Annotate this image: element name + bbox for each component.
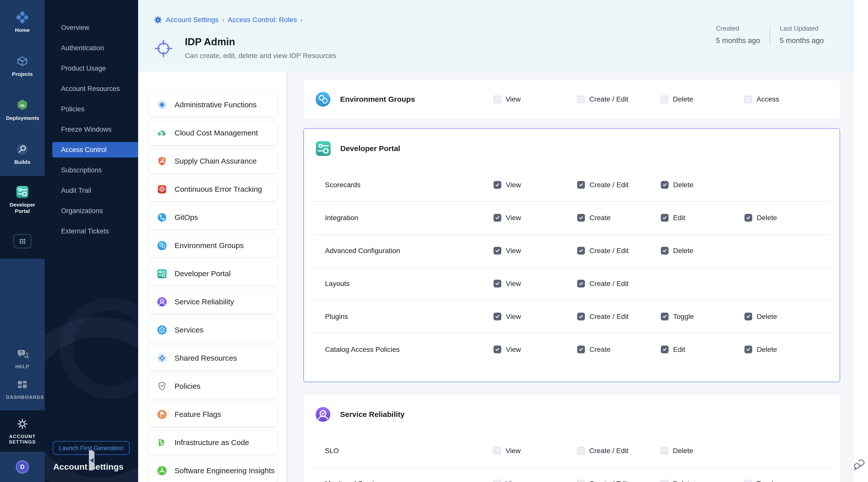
category-card-services[interactable]: Services (148, 318, 277, 342)
checkbox-delete[interactable] (744, 345, 752, 353)
sidebar-item-product-usage[interactable]: Product Usage (45, 58, 138, 79)
permission-cell-edit: Edit (654, 214, 737, 222)
category-card-developer-portal[interactable]: Developer Portal (148, 262, 277, 286)
checkbox-label: Create / Edit (589, 312, 629, 321)
section-header: Service Reliability (304, 395, 840, 434)
category-card-shared-resources[interactable]: Shared Resources (148, 346, 277, 370)
category-card-software-engineering-insights[interactable]: Software Engineering Insights (148, 459, 277, 482)
checkbox-access[interactable] (744, 95, 752, 103)
avatar-strip: D (0, 452, 45, 482)
checkbox-delete[interactable] (744, 312, 752, 321)
category-label: Continuous Error Tracking (175, 185, 262, 193)
rail-item-home[interactable]: Home (0, 0, 45, 44)
svg-text:?: ? (20, 350, 23, 355)
category-card-gitops[interactable]: GitOps (148, 205, 277, 230)
permission-section-developer-portal[interactable]: Developer PortalScorecardsViewCreate / E… (303, 128, 840, 382)
checkbox-view[interactable] (494, 312, 501, 321)
role-crosshair-icon (154, 39, 173, 58)
checkbox-label: Edit (673, 345, 685, 354)
breadcrumb-account-settings[interactable]: Account Settings (166, 16, 218, 24)
checkbox-view[interactable] (493, 447, 501, 455)
sidebar-item-access-control[interactable]: Access Control (52, 142, 138, 157)
checkbox-delete[interactable] (660, 480, 668, 482)
module-grid-button[interactable] (13, 234, 31, 248)
checkbox-create-edit[interactable] (577, 181, 585, 189)
checkbox-view[interactable] (494, 345, 501, 353)
checkbox-label: Create / Edit (589, 280, 629, 288)
category-card-infrastructure-as-code[interactable]: Infrastructure as Code (148, 430, 277, 455)
checkbox-delete[interactable] (660, 95, 668, 103)
rail-item-projects[interactable]: Projects (0, 44, 45, 88)
section-rows: SLOViewCreate / EditDeleteMonitored Serv… (304, 434, 840, 482)
checkbox-toggle[interactable] (661, 312, 669, 321)
category-label: Policies (175, 382, 200, 391)
checkbox-delete[interactable] (660, 447, 668, 455)
rail-item-account-settings[interactable]: ACCOUNT SETTINGS (0, 411, 45, 452)
checkbox-delete[interactable] (661, 247, 669, 254)
sei-icon (157, 466, 167, 476)
category-card-administrative-functions[interactable]: Administrative Functions (148, 93, 277, 117)
sidebar-item-policies[interactable]: Policies (45, 99, 138, 119)
environment-groups-icon (157, 241, 167, 250)
checkbox-view[interactable] (494, 247, 501, 254)
category-card-supply-chain-assurance[interactable]: Supply Chain Assurance (148, 149, 277, 173)
category-card-environment-groups[interactable]: Environment Groups (148, 234, 277, 258)
checkbox-delete[interactable] (744, 214, 752, 222)
checkbox-view[interactable] (493, 480, 501, 482)
checkbox-label: View (505, 95, 521, 103)
checkbox-toggle[interactable] (744, 480, 752, 482)
developer-portal-icon (16, 185, 29, 199)
category-card-service-reliability[interactable]: Service Reliability (148, 290, 277, 314)
checkbox-label: Toggle (756, 480, 777, 482)
breadcrumb-access-control-roles[interactable]: Access Control: Roles (228, 16, 297, 24)
checkbox-create[interactable] (577, 214, 585, 222)
checkbox-view[interactable] (494, 181, 501, 189)
checkbox-delete[interactable] (661, 181, 669, 189)
checkbox-create-edit[interactable] (577, 480, 585, 482)
checkbox-edit[interactable] (661, 345, 669, 353)
sidebar-collapse-toggle[interactable] (89, 450, 94, 471)
checkbox-create-edit[interactable] (577, 312, 585, 321)
sidebar-item-audit-trail[interactable]: Audit Trail (45, 180, 138, 201)
checkbox-create-edit[interactable] (577, 280, 585, 288)
checkbox-create-edit[interactable] (577, 447, 585, 455)
checkbox-view[interactable] (494, 214, 501, 222)
sidebar-item-account-resources[interactable]: Account Resources (45, 79, 138, 99)
rail-item-help[interactable]: ?HELP (0, 343, 45, 373)
category-card-feature-flags[interactable]: Feature Flags (148, 402, 277, 426)
category-card-continuous-error-tracking[interactable]: Continuous Error Tracking (148, 177, 277, 201)
category-card-cloud-cost-management[interactable]: $Cloud Cost Management (148, 121, 277, 145)
permission-cell-delete: Delete (737, 345, 840, 354)
permission-row-integration: IntegrationViewCreateEditDelete (304, 201, 840, 234)
sidebar-item-subscriptions[interactable]: Subscriptions (45, 160, 138, 180)
rail-item-module-grid[interactable] (0, 224, 45, 259)
permission-cell-view: View (487, 280, 570, 288)
last-updated-value: 5 months ago (780, 36, 824, 45)
checkbox-create-edit[interactable] (577, 95, 585, 103)
rail-item-builds[interactable]: Builds (0, 132, 45, 176)
support-chat-icon[interactable] (853, 456, 866, 472)
permission-cell-create-edit: Create / Edit (570, 312, 654, 321)
checkbox-view[interactable] (493, 95, 501, 103)
last-updated-block: Last Updated 5 months ago (780, 25, 824, 45)
checkbox-view[interactable] (494, 280, 501, 288)
sidebar-item-organizations[interactable]: Organizations (45, 201, 138, 221)
checkbox-create[interactable] (577, 345, 585, 353)
avatar[interactable]: D (16, 460, 29, 474)
sidebar-item-freeze-windows[interactable]: Freeze Windows (45, 119, 138, 140)
rail-item-deployments[interactable]: ∞Deployments (0, 88, 45, 132)
sidebar-item-external-tickets[interactable]: External Tickets (45, 221, 138, 241)
page-subtitle: Can create, edit, delete and view IDP Re… (185, 52, 336, 60)
checkbox-edit[interactable] (661, 214, 669, 222)
rail-item-dashboards[interactable]: DASHBOARDS (0, 373, 45, 405)
sidebar-item-authentication[interactable]: Authentication (45, 38, 138, 58)
checkbox-create-edit[interactable] (577, 247, 585, 254)
category-card-policies[interactable]: Policies (148, 374, 277, 398)
policies-shield-icon (157, 381, 167, 391)
checkbox-label: View (506, 247, 521, 255)
permission-row-label: SLO (304, 447, 486, 455)
chevron-left-icon (90, 458, 93, 463)
permission-row-label: Monitored Services (304, 480, 486, 482)
rail-item-developer-portal[interactable]: Developer Portal (0, 176, 45, 224)
sidebar-item-overview[interactable]: Overview (45, 18, 138, 38)
